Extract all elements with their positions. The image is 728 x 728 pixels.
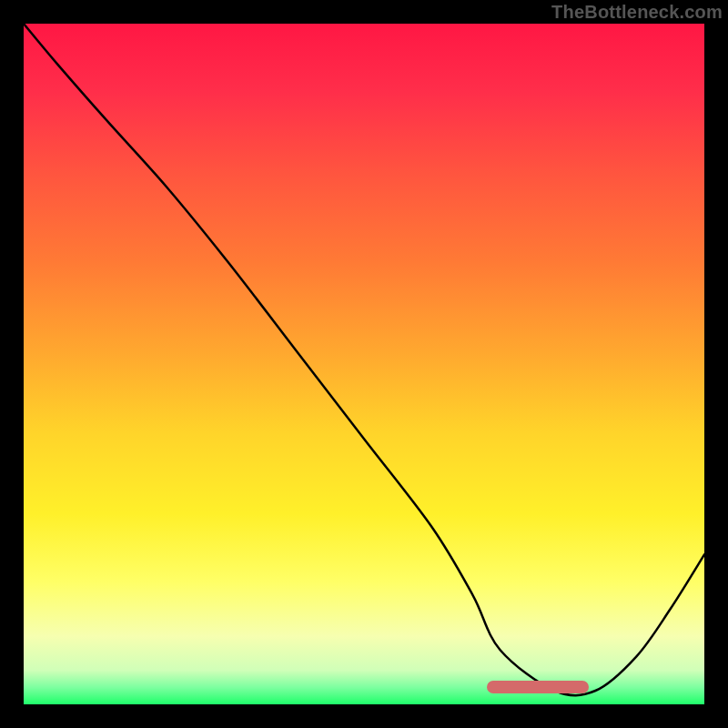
chart-stage: TheBottleneck.com bbox=[0, 0, 728, 728]
watermark-label: TheBottleneck.com bbox=[551, 2, 723, 23]
optimal-range-marker bbox=[487, 681, 589, 693]
plot-area bbox=[24, 24, 704, 704]
background-gradient bbox=[24, 24, 704, 704]
